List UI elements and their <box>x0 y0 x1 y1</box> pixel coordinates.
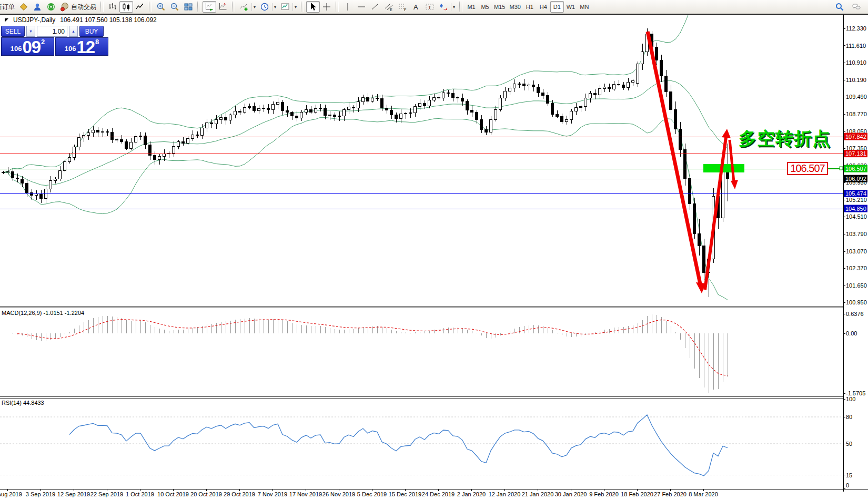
tf-m1[interactable]: M1 <box>465 1 478 13</box>
candle <box>12 171 14 178</box>
candle <box>319 108 322 108</box>
candle <box>315 108 317 112</box>
green-zone-box[interactable] <box>703 164 744 172</box>
cursor-icon[interactable] <box>306 1 320 13</box>
tf-d1[interactable]: D1 <box>550 1 564 13</box>
periods-icon[interactable]: ▾ <box>258 1 278 13</box>
tf-h4[interactable]: H4 <box>537 1 550 13</box>
candle <box>225 117 227 120</box>
candle <box>362 97 365 102</box>
candle <box>618 84 620 85</box>
candle <box>608 87 611 89</box>
time-axis[interactable]: 5 Aug 20193 Sep 201912 Sep 201922 Sep 20… <box>0 489 718 497</box>
candle <box>580 106 582 108</box>
candle <box>584 98 587 106</box>
indicators-icon[interactable]: ▾ <box>237 1 258 13</box>
signal-icon[interactable] <box>44 1 58 13</box>
candle <box>476 113 478 119</box>
macd-plot[interactable] <box>13 314 728 393</box>
tf-mn[interactable]: MN <box>578 1 591 13</box>
price-axis[interactable]: 112.330111.610110.910110.190109.490108.7… <box>844 25 867 488</box>
candle <box>504 91 507 98</box>
dropdown-caret-icon[interactable]: ▾ <box>251 3 256 11</box>
candle <box>263 108 265 108</box>
svg-text:20 Oct 2019: 20 Oct 2019 <box>190 491 222 497</box>
horizontal-line-icon[interactable] <box>355 1 368 13</box>
turning-point-annotation[interactable]: 多空转折点 <box>739 127 831 151</box>
buy-price-button[interactable]: 106128 <box>55 37 108 56</box>
bar-chart-icon[interactable] <box>106 1 119 13</box>
dropdown-caret-icon[interactable]: ▾ <box>272 3 276 11</box>
svg-text:29 Oct 2019: 29 Oct 2019 <box>224 491 255 497</box>
text-icon[interactable]: A <box>409 1 423 13</box>
zoom-in-icon[interactable] <box>154 1 168 13</box>
candle <box>457 97 459 98</box>
candle <box>703 246 705 272</box>
volume-decrease-button[interactable]: ▼ <box>26 26 35 37</box>
tf-m30[interactable]: M30 <box>507 1 522 13</box>
auto-scroll-icon[interactable] <box>203 1 216 13</box>
volume-input[interactable] <box>37 26 67 37</box>
candle <box>698 234 701 246</box>
channel-icon[interactable]: E <box>382 1 396 13</box>
candle <box>433 97 436 100</box>
caret-down-icon: ▼ <box>29 29 33 33</box>
candle <box>551 104 554 115</box>
tile-windows-icon[interactable] <box>181 1 195 13</box>
svg-text:101.650: 101.650 <box>846 282 867 289</box>
dropdown-caret-icon[interactable]: ▾ <box>292 3 297 11</box>
quick-trade-toggle-icon[interactable] <box>5 18 8 22</box>
fibonacci-icon[interactable]: F <box>396 1 409 13</box>
auto-trading-button[interactable]: 自动交易 <box>58 1 98 13</box>
candle <box>300 113 303 118</box>
candle <box>144 136 147 145</box>
rsi-plot[interactable] <box>0 415 843 476</box>
templates-icon[interactable]: ▾ <box>278 1 299 13</box>
tf-m15[interactable]: M15 <box>492 1 507 13</box>
new-order-button[interactable]: 新订单 <box>0 1 17 13</box>
sell-button[interactable]: SELL <box>1 26 25 37</box>
candle <box>158 157 161 160</box>
trendline-icon[interactable] <box>368 1 382 13</box>
buy-button[interactable]: BUY <box>79 26 104 37</box>
sell-price-button[interactable]: 106092 <box>1 37 54 56</box>
caret-up-icon: ▲ <box>72 29 75 33</box>
price-chart[interactable]: 112.330111.610110.910110.190109.490108.7… <box>0 0 868 500</box>
candle <box>83 136 85 138</box>
gold-icon[interactable] <box>17 1 31 13</box>
svg-text:E: E <box>390 8 392 12</box>
one-click-trading-panel: SELL ▼ ▲ BUY 106092 106128 <box>1 26 108 56</box>
vertical-line-icon[interactable] <box>341 1 355 13</box>
svg-text:0.6376: 0.6376 <box>846 311 864 317</box>
zoom-out-icon[interactable] <box>168 1 181 13</box>
crosshair-icon[interactable] <box>320 1 334 13</box>
dropdown-caret-icon[interactable]: ▾ <box>451 3 455 11</box>
svg-text:107.131: 107.131 <box>845 150 866 157</box>
chart-shift-icon[interactable] <box>216 1 230 13</box>
toolbar: 新订单自动交易▾▾▾EFAT▾M1M5M15M30H1H4D1W1MN <box>0 0 868 14</box>
community-icon[interactable] <box>31 1 44 13</box>
toolbar-separator <box>301 2 304 12</box>
label-icon[interactable]: T <box>423 1 437 13</box>
chat-icon[interactable] <box>850 1 863 13</box>
svg-text:22 Sep 2019: 22 Sep 2019 <box>90 491 123 497</box>
buy-price-prefix: 106 <box>65 45 76 53</box>
candle <box>693 203 696 233</box>
svg-text:80: 80 <box>846 414 852 420</box>
candle <box>670 92 672 110</box>
candle <box>116 139 118 140</box>
search-icon[interactable] <box>833 1 846 13</box>
tf-m5[interactable]: M5 <box>478 1 492 13</box>
price-callout-box[interactable]: 106.507 <box>787 162 828 175</box>
candlestick-icon[interactable] <box>119 1 133 13</box>
candle <box>338 116 341 117</box>
tf-w1[interactable]: W1 <box>564 1 578 13</box>
tf-h1[interactable]: H1 <box>523 1 537 13</box>
line-chart-icon[interactable] <box>133 1 147 13</box>
candle <box>641 52 644 64</box>
shapes-icon[interactable]: ▾ <box>437 1 457 13</box>
svg-text:102.370: 102.370 <box>846 265 867 271</box>
volume-increase-button[interactable]: ▲ <box>69 26 78 37</box>
toolbar-right-group <box>833 1 866 13</box>
svg-text:15: 15 <box>846 472 852 478</box>
